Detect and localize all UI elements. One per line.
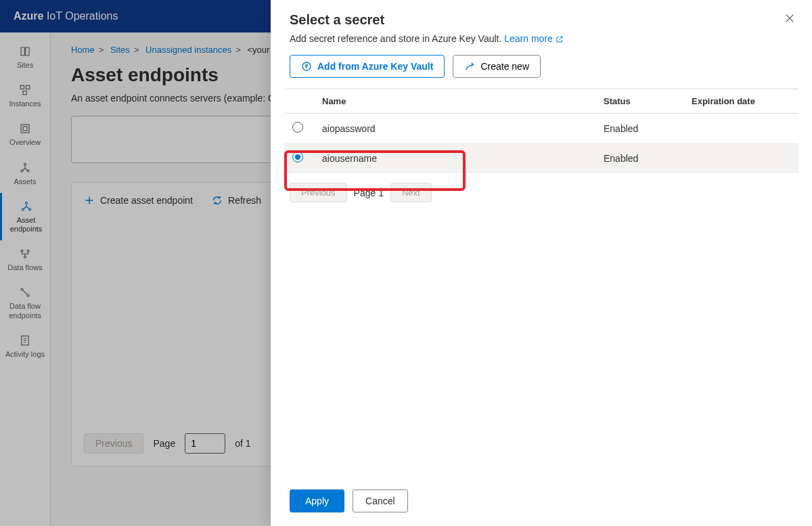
key-vault-icon [301,61,312,72]
panel-footer: Apply Cancel [271,479,812,526]
radio-unchecked[interactable] [292,122,303,133]
radio-checked[interactable] [292,152,303,162]
apply-button[interactable]: Apply [290,489,344,512]
secret-name: aiopassword [314,114,595,144]
secret-status: Enabled [595,144,683,173]
svg-point-18 [306,64,308,66]
col-expiration: Expiration date [683,89,798,114]
secret-status: Enabled [595,114,683,144]
table-row[interactable]: aiousername Enabled [284,144,798,173]
cancel-button[interactable]: Cancel [353,489,408,512]
create-new-button[interactable]: Create new [453,55,541,78]
select-secret-panel: Select a secret Add secret reference and… [271,0,812,526]
panel-next-button[interactable]: Next [390,183,432,202]
col-name: Name [314,89,595,114]
learn-more-link[interactable]: Learn more [504,33,563,44]
secrets-table: Name Status Expiration date aiopassword … [284,89,798,173]
panel-subtitle: Add secret reference and store in Azure … [290,33,793,44]
panel-previous-button[interactable]: Previous [290,183,347,202]
panel-pager: Previous Page 1 Next [290,183,793,202]
secret-expiration [683,144,798,173]
table-row[interactable]: aiopassword Enabled [284,114,798,144]
panel-title: Select a secret [290,12,793,28]
external-link-icon [556,35,564,43]
secret-name: aiousername [314,144,595,173]
add-from-key-vault-button[interactable]: Add from Azure Key Vault [290,55,445,78]
panel-page-indicator: Page 1 [354,188,384,198]
close-icon [784,12,796,24]
create-icon [464,61,475,72]
close-button[interactable] [784,12,796,26]
secret-expiration [683,114,798,144]
col-status: Status [595,89,683,114]
